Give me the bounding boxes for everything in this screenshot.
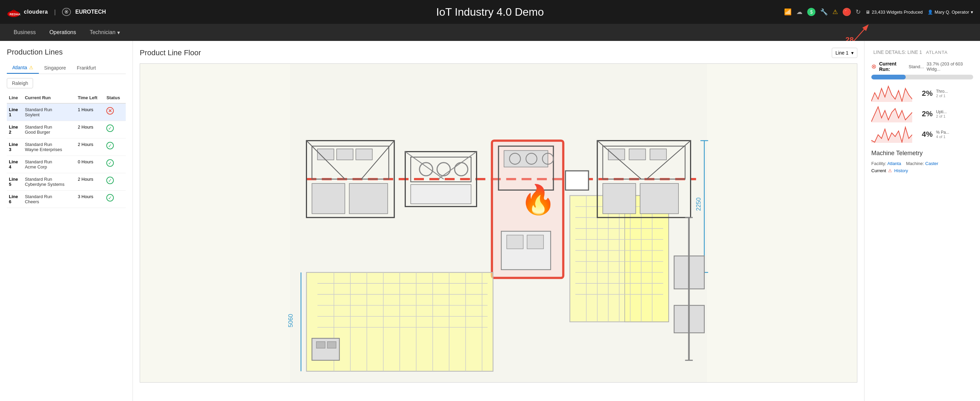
- metrics-section: 2% Thro... 2 of 1 2% Upti... 2 of 1: [871, 85, 973, 143]
- nav-bar: Business Operations Technician ▾ 28: [0, 24, 980, 41]
- svg-rect-13: [349, 184, 388, 214]
- run-name: Standard RunAcme Corp: [25, 159, 52, 169]
- status-ok-icon: ✓: [106, 159, 114, 167]
- table-row[interactable]: Line2 Standard RunGood Burger 2 Hours ✓: [7, 121, 126, 139]
- chevron-down-icon: ▾: [971, 10, 973, 15]
- metric-sublabel: 4 of 1: [936, 135, 949, 139]
- machine-telemetry-title: Machine Telemetry: [871, 150, 973, 157]
- svg-rect-84: [328, 342, 336, 348]
- time-left: 0 Hours: [76, 156, 104, 173]
- svg-rect-31: [507, 235, 523, 249]
- svg-line-3: [854, 26, 867, 41]
- table-row[interactable]: Line6 Standard RunCheers 3 Hours ✓: [7, 191, 126, 208]
- run-name: Standard RunCyberdyne Systems: [25, 177, 64, 187]
- col-status: Status: [104, 93, 126, 103]
- progress-bar: [871, 75, 973, 80]
- time-left: 2 Hours: [76, 139, 104, 156]
- svg-rect-32: [527, 235, 544, 249]
- metric-label: Thro...: [936, 89, 948, 94]
- page-title: IoT Industry 4.0 Demo: [436, 6, 544, 18]
- fire-icon: 🔥: [520, 183, 556, 217]
- metric-value: 2%: [916, 89, 932, 98]
- left-panel: Production Lines Atlanta ⚠ Singapore Fra…: [0, 41, 133, 401]
- status-cell: ✕: [104, 103, 126, 121]
- time-left: 2 Hours: [76, 173, 104, 191]
- metric-sublabel: 2 of 1: [936, 114, 947, 118]
- user-icon: 👤: [928, 10, 933, 15]
- svg-marker-92: [871, 107, 912, 122]
- wrench-icon[interactable]: 🔧: [820, 8, 828, 16]
- metric-label: Upti...: [936, 109, 947, 114]
- facility-link[interactable]: Atlanta: [887, 161, 901, 166]
- arrow-svg: [834, 22, 874, 43]
- line-selector[interactable]: Line 1 ▾: [832, 48, 858, 58]
- status-cell: ✓: [104, 156, 126, 173]
- user-menu[interactable]: 👤 Mary Q. Operator ▾: [928, 10, 973, 15]
- chevron-down-icon: ▾: [117, 29, 120, 36]
- status-cell: ✓: [104, 173, 126, 191]
- tab-singapore[interactable]: Singapore: [39, 62, 72, 73]
- history-link[interactable]: History: [894, 168, 908, 173]
- eurotech-label: EUROTECH: [75, 9, 106, 15]
- status-error-icon: ✕: [106, 107, 114, 115]
- floor-header: Product Line Floor Line 1 ▾: [140, 48, 858, 58]
- svg-rect-11: [356, 149, 372, 160]
- location-tabs: Atlanta ⚠ Singapore Frankfurt: [7, 62, 126, 74]
- logo-group: REDHAT cloudera | ® EUROTECH: [7, 6, 106, 18]
- svg-text:5060: 5060: [287, 314, 294, 328]
- metric-row: 4% % Pa... 4 of 1: [871, 126, 973, 143]
- svg-rect-83: [316, 342, 325, 348]
- right-panel: Line Details: Line 1 ATLANTA ⊗ Current R…: [864, 41, 980, 401]
- middle-panel: Product Line Floor Line 1 ▾: [133, 41, 864, 401]
- sparkline-chart: [871, 105, 912, 122]
- fire-alert-icon[interactable]: 🔴: [843, 8, 851, 16]
- col-current-run: Current Run: [23, 93, 76, 103]
- telemetry-facility: Facility: Atlanta Machine: Caster: [871, 161, 973, 166]
- floor-plan-svg: 🔥: [140, 64, 858, 383]
- telemetry-current: Current ⚠ History: [871, 168, 973, 173]
- status-cell: ✓: [104, 139, 126, 156]
- nav-operations[interactable]: Operations: [43, 24, 83, 41]
- svg-rect-34: [625, 195, 668, 321]
- time-left: 1 Hours: [76, 103, 104, 121]
- alert-arrow-area: 28: [834, 22, 874, 43]
- sparkline-chart: [871, 85, 912, 102]
- sparkline-chart: [871, 126, 912, 143]
- nav-business[interactable]: Business: [7, 24, 43, 41]
- col-line: Line: [7, 93, 23, 103]
- redhat-logo: REDHAT: [7, 6, 21, 18]
- line-name: Line5: [9, 177, 18, 187]
- svg-rect-69: [608, 149, 625, 160]
- metric-row: 2% Upti... 2 of 1: [871, 105, 973, 122]
- cloudera-logo: cloudera: [24, 9, 48, 15]
- table-row[interactable]: Line3 Standard RunWayne Enterprises 2 Ho…: [7, 139, 126, 156]
- table-row[interactable]: Line5 Standard RunCyberdyne Systems 2 Ho…: [7, 173, 126, 191]
- floor-diagram[interactable]: 🔥: [140, 64, 858, 383]
- status-ok-icon: ✓: [106, 125, 114, 132]
- time-left: 3 Hours: [76, 191, 104, 208]
- widgets-count: 🖥 23,433 Widgets Produced: [865, 10, 923, 15]
- tab-raleigh[interactable]: Raleigh: [7, 78, 33, 88]
- atlanta-warning-icon: ⚠: [29, 65, 33, 70]
- svg-text:2250: 2250: [695, 197, 702, 211]
- table-row[interactable]: Line1 Standard RunSoylent 1 Hours ✕: [7, 103, 126, 121]
- floor-title: Product Line Floor: [140, 48, 201, 57]
- table-row[interactable]: Line4 Standard RunAcme Corp 0 Hours ✓: [7, 156, 126, 173]
- current-run-label: ⊗ Current Run: Stand... 33.7% (203 of 60…: [871, 61, 973, 72]
- warning-icon: ⚠: [832, 8, 838, 16]
- status-ok-icon: ✓: [106, 194, 114, 201]
- nav-technician[interactable]: Technician ▾: [83, 24, 127, 41]
- run-name: Standard RunCheers: [25, 194, 52, 204]
- tab-atlanta[interactable]: Atlanta ⚠: [7, 62, 39, 73]
- production-lines-title: Production Lines: [7, 48, 126, 57]
- line-details-title: Line Details: Line 1 ATLANTA: [871, 48, 973, 56]
- dollar-icon[interactable]: $: [807, 8, 815, 16]
- svg-rect-90: [565, 171, 589, 190]
- metric-row: 2% Thro... 2 of 1: [871, 85, 973, 102]
- svg-rect-74: [603, 184, 636, 214]
- tab-frankfurt[interactable]: Frankfurt: [71, 62, 101, 73]
- refresh-icon[interactable]: ↻: [856, 8, 861, 16]
- machine-link[interactable]: Caster: [925, 161, 938, 166]
- metric-value: 2%: [916, 109, 932, 118]
- line-name: Line6: [9, 194, 18, 204]
